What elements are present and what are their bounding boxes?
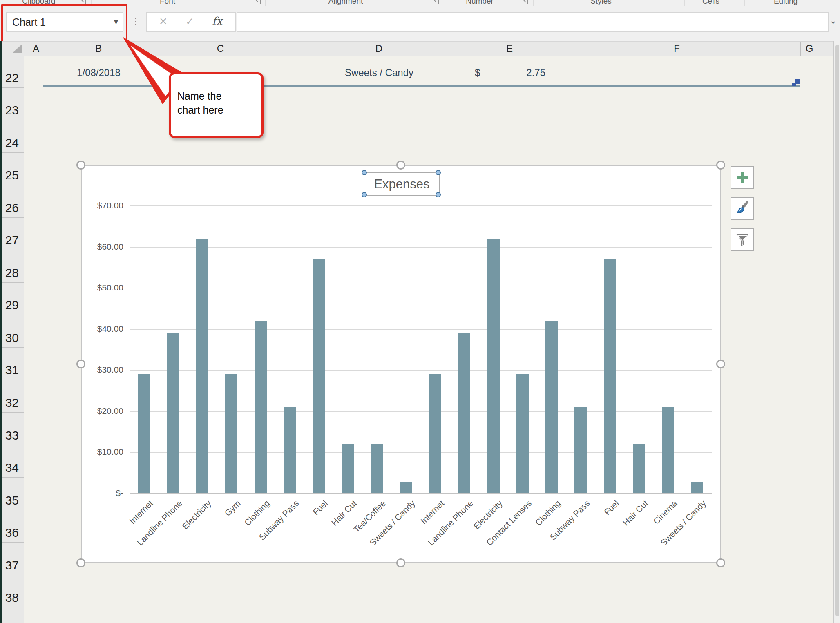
gridline xyxy=(130,247,712,248)
y-axis-tick-label: $70.00 xyxy=(78,201,123,210)
chart-resize-handle[interactable] xyxy=(396,558,405,567)
chart-bar-electricity[interactable] xyxy=(487,239,500,493)
y-axis-tick-label: $60.00 xyxy=(78,242,123,252)
callout-bubble: Name the chart here xyxy=(169,72,264,138)
row-header-37[interactable]: 37 xyxy=(0,543,24,575)
border-end-marker xyxy=(792,83,796,86)
chart-bar-landline-phone[interactable] xyxy=(167,333,179,493)
row-header-38[interactable]: 38 xyxy=(0,575,24,608)
title-handle[interactable] xyxy=(362,170,367,175)
row-header-32[interactable]: 32 xyxy=(0,380,24,413)
formula-bar-input[interactable] xyxy=(237,12,829,32)
callout-text: Name the chart here xyxy=(177,89,223,117)
gridline xyxy=(130,288,712,288)
row-header-33[interactable]: 33 xyxy=(0,413,24,445)
title-handle[interactable] xyxy=(362,192,367,197)
x-axis-category-label: Gym xyxy=(223,498,242,518)
row-header-30[interactable]: 30 xyxy=(0,315,24,348)
row-header-31[interactable]: 31 xyxy=(0,348,24,380)
x-axis-category-label: Clothing xyxy=(534,498,563,527)
chart-bar-fuel[interactable] xyxy=(313,259,325,493)
row-header-27[interactable]: 27 xyxy=(0,218,24,250)
gridline xyxy=(130,370,712,371)
x-axis-category-label: Internet xyxy=(419,498,446,526)
chart-resize-handle[interactable] xyxy=(716,558,725,567)
chart-bar-hair-cut[interactable] xyxy=(633,444,645,493)
ribbon-separator xyxy=(744,0,745,6)
column-header-D[interactable]: D xyxy=(292,42,466,56)
chart-title[interactable]: Expenses xyxy=(364,172,440,196)
chart-bar-internet[interactable] xyxy=(138,374,150,493)
ribbon-group-label-alignment: Alignment xyxy=(328,0,363,6)
x-axis-category-label: Fuel xyxy=(602,498,621,517)
x-axis-category-label: Internet xyxy=(127,498,155,526)
x-axis-line xyxy=(130,493,712,494)
dialog-launcher-icon[interactable] xyxy=(433,0,439,4)
chart-elements-button[interactable] xyxy=(731,166,754,189)
y-axis-tick-label: $20.00 xyxy=(78,406,123,416)
chart-filters-button[interactable] xyxy=(731,228,754,251)
gridline xyxy=(130,411,712,412)
chart-resize-handle[interactable] xyxy=(76,558,85,567)
scrollbar-thumb[interactable] xyxy=(835,45,839,616)
cell-E22-amount[interactable]: 2.75 xyxy=(490,67,545,85)
chart-bar-sweets-candy[interactable] xyxy=(400,482,412,493)
gridline xyxy=(130,329,712,330)
ribbon-separator xyxy=(684,0,685,6)
cell-E22-currency[interactable]: $ xyxy=(475,67,480,85)
row-header-29[interactable]: 29 xyxy=(0,283,24,315)
chart-bar-landline-phone[interactable] xyxy=(458,333,470,493)
x-axis-category-label: Electricity xyxy=(181,498,214,531)
row-header-34[interactable]: 34 xyxy=(0,445,24,478)
gridline xyxy=(130,452,712,453)
chart-resize-handle[interactable] xyxy=(76,360,85,368)
plus-icon xyxy=(735,170,749,184)
row-header-35[interactable]: 35 xyxy=(0,478,24,510)
x-axis-category-label: Cinema xyxy=(651,498,679,526)
column-header-F[interactable]: F xyxy=(553,42,801,56)
vertical-scrollbar[interactable] xyxy=(833,41,840,623)
cell-D22-item[interactable]: Sweets / Candy xyxy=(292,67,466,85)
row-header-28[interactable]: 28 xyxy=(0,250,24,283)
row-header-26[interactable]: 26 xyxy=(0,185,24,218)
row-header-36[interactable]: 36 xyxy=(0,510,24,543)
chart-bar-clothing[interactable] xyxy=(255,321,267,493)
column-header-G[interactable]: G xyxy=(801,42,818,56)
chart-resize-handle[interactable] xyxy=(716,360,725,368)
ribbon-group-label-editing: Editing xyxy=(774,0,798,6)
chart-bar-fuel[interactable] xyxy=(604,259,616,493)
chart-bar-contact-lenses[interactable] xyxy=(516,374,529,493)
gridline xyxy=(130,205,712,206)
column-header-E[interactable]: E xyxy=(466,42,553,56)
formula-bar-expand-icon[interactable]: ⌄ xyxy=(829,16,837,26)
x-axis-category-label: Hair Cut xyxy=(330,498,359,527)
ribbon-group-label-styles: Styles xyxy=(590,0,612,6)
chart-bar-gym[interactable] xyxy=(225,374,237,493)
x-axis-category-label: Hair Cut xyxy=(621,498,650,527)
chart-bar-cinema[interactable] xyxy=(662,407,674,493)
chart-bar-internet[interactable] xyxy=(429,374,441,493)
brush-icon xyxy=(735,201,750,216)
y-axis-tick-label: $- xyxy=(78,488,123,498)
x-axis-category-label: Fuel xyxy=(311,498,330,517)
chart-styles-button[interactable] xyxy=(731,197,754,220)
title-handle[interactable] xyxy=(436,170,441,175)
chart-bar-sweets-candy[interactable] xyxy=(691,482,703,493)
funnel-icon xyxy=(735,232,750,247)
chart-resize-handle[interactable] xyxy=(716,161,725,170)
ribbon-group-label-number: Number xyxy=(466,0,494,6)
dialog-launcher-icon[interactable] xyxy=(523,0,528,4)
ribbon-separator xyxy=(441,0,441,6)
y-axis-tick-label: $40.00 xyxy=(78,324,123,334)
chart-bar-hair-cut[interactable] xyxy=(342,444,354,493)
chart-bar-subway-pass[interactable] xyxy=(574,407,587,493)
y-axis-tick-label: $10.00 xyxy=(78,447,123,457)
chart-bar-electricity[interactable] xyxy=(196,239,208,493)
chart-bar-clothing[interactable] xyxy=(545,321,558,493)
ribbon-separator xyxy=(828,0,828,6)
chart-bar-tea-coffee[interactable] xyxy=(371,444,383,493)
chart-area[interactable]: Expenses $-$10.00$20.00$30.00$40.00$50.0… xyxy=(81,165,721,563)
chart-bar-subway-pass[interactable] xyxy=(284,407,296,493)
title-handle[interactable] xyxy=(436,192,441,197)
chart-resize-handle[interactable] xyxy=(396,161,405,170)
